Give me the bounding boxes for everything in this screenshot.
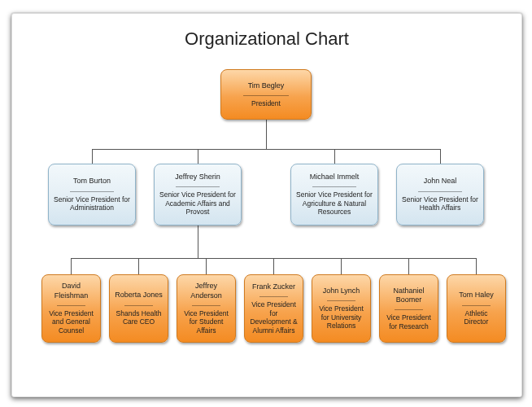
person-role: Senior Vice President for Health Affairs xyxy=(402,195,478,212)
connector xyxy=(476,258,477,274)
node-svp-agriculture: Michael Immelt Senior Vice President for… xyxy=(290,164,378,225)
node-svp-admin: Tom Burton Senior Vice President for Adm… xyxy=(48,164,136,225)
connector xyxy=(206,258,207,274)
person-name: David Fleishman xyxy=(47,282,95,300)
separator xyxy=(462,305,490,306)
separator xyxy=(327,300,355,301)
separator xyxy=(418,191,463,192)
connector xyxy=(341,258,342,274)
person-role: Vice President for Student Affairs xyxy=(182,309,230,335)
node-vp-development: Frank Zucker Vice President for Developm… xyxy=(244,274,303,343)
separator xyxy=(395,309,422,310)
node-athletic-director: Tom Haley Athletic Director xyxy=(447,274,506,343)
person-name: Jeffrey Anderson xyxy=(182,282,230,300)
person-role: Vice President for Research xyxy=(385,313,433,330)
person-role: Vice President and General Counsel xyxy=(47,309,95,335)
person-role: Senior Vice President for Agriculture & … xyxy=(296,190,373,217)
separator xyxy=(312,186,357,187)
connector xyxy=(198,149,198,164)
connector xyxy=(71,258,72,274)
person-name: John Neal xyxy=(424,177,457,186)
person-name: Tim Begley xyxy=(248,81,285,90)
separator xyxy=(176,186,220,187)
person-role: Athletic Director xyxy=(452,309,500,326)
separator xyxy=(124,305,152,306)
connector xyxy=(138,258,139,274)
node-president: Tim Begley President xyxy=(220,69,312,120)
node-vp-university-relations: John Lynch Vice President for University… xyxy=(312,274,371,343)
person-role: President xyxy=(251,99,281,108)
connector xyxy=(273,258,274,274)
person-name: Tom Burton xyxy=(73,177,111,186)
node-svp-academic: Jeffrey Sherin Senior Vice President for… xyxy=(154,164,242,225)
connector xyxy=(334,149,335,164)
connector xyxy=(408,258,409,274)
separator xyxy=(259,296,287,297)
person-role: Senior Vice President for Administration xyxy=(54,195,130,212)
person-name: Jeffrey Sherin xyxy=(175,173,220,182)
separator xyxy=(243,95,290,96)
node-vp-research: Nathaniel Boomer Vice President for Rese… xyxy=(379,274,438,343)
chart-title: Organizational Chart xyxy=(12,28,521,50)
separator xyxy=(70,191,115,192)
person-role: Senior Vice President for Academic Affai… xyxy=(159,190,236,217)
node-shands-ceo: Roberta Jones Shands Health Care CEO xyxy=(109,274,168,343)
connector xyxy=(198,225,198,258)
separator xyxy=(192,305,220,306)
node-svp-health: John Neal Senior Vice President for Heal… xyxy=(396,164,484,225)
node-vp-student-affairs: Jeffrey Anderson Vice President for Stud… xyxy=(177,274,236,343)
person-name: John Lynch xyxy=(323,287,360,295)
person-name: Roberta Jones xyxy=(115,291,163,300)
connector xyxy=(92,149,440,150)
separator xyxy=(57,305,85,306)
connector xyxy=(266,120,267,149)
node-vp-general-counsel: David Fleishman Vice President and Gener… xyxy=(41,274,101,343)
person-name: Tom Haley xyxy=(459,291,494,300)
person-name: Nathaniel Boomer xyxy=(385,287,433,305)
org-chart-panel: Organizational Chart Tim Begley Presiden… xyxy=(11,13,522,397)
person-role: Shands Health Care CEO xyxy=(115,309,163,326)
person-name: Frank Zucker xyxy=(252,282,295,291)
person-role: Vice President for Development & Alumni … xyxy=(250,300,298,335)
connector xyxy=(440,149,441,164)
person-name: Michael Immelt xyxy=(310,173,360,182)
person-role: Vice President for University Relations xyxy=(317,304,365,330)
connector xyxy=(92,149,93,164)
